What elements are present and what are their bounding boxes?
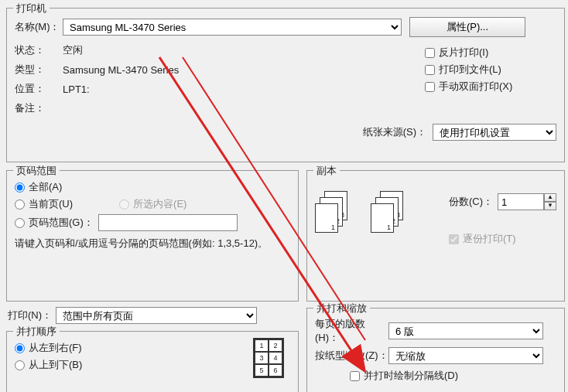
copies-title: 副本 — [313, 164, 340, 178]
copies-count-label: 份数(C)： — [449, 195, 493, 209]
range-all-radio[interactable] — [15, 182, 25, 193]
range-selection-radio — [119, 199, 129, 210]
order-group: 并打顺序 从左到右(F) 从上到下(B) 123456 — [6, 331, 299, 392]
print-to-file-checkbox[interactable] — [425, 65, 435, 75]
copies-group: 副本 3 2 1 3 2 1 份数(C)： ▲ ▼ — [306, 170, 565, 302]
scale-label: 按纸型缩放(Z)： — [315, 349, 388, 363]
order-tb-radio[interactable] — [15, 360, 25, 370]
page-range-group: 页码范围 全部(A) 当前页(U) 所选内容(E) 页码范围(G)： 请键入页码… — [6, 170, 299, 302]
range-pages-label: 页码范围(G)： — [29, 216, 94, 230]
page-range-title: 页码范围 — [13, 164, 60, 178]
range-current-radio[interactable] — [15, 199, 25, 210]
print-what-row: 打印(N)： 范围中所有页面 — [8, 307, 299, 324]
printer-name-label: 名称(M)： — [15, 20, 63, 34]
where-value: LPT1: — [63, 84, 90, 95]
where-label: 位置： — [15, 82, 63, 96]
order-lr-radio[interactable] — [15, 343, 25, 353]
printer-name-select[interactable]: Samsung ML-3470 Series — [63, 19, 402, 36]
paper-source-label: 纸张来源(S)： — [363, 125, 426, 139]
print-what-label: 打印(N)： — [8, 308, 56, 322]
status-value: 空闲 — [63, 43, 83, 57]
range-selection-label: 所选内容(E) — [133, 197, 186, 211]
zoom-title: 并打和缩放 — [313, 302, 370, 315]
properties-button[interactable]: 属性(P)... — [409, 17, 525, 37]
collate-checkbox — [449, 234, 459, 244]
manual-duplex-label: 手动双面打印(X) — [439, 80, 512, 94]
reverse-print-checkbox[interactable] — [425, 48, 435, 58]
zoom-group: 并打和缩放 每页的版数(H)： 6 版 按纸型缩放(Z)： 无缩放 并打时绘制分… — [306, 308, 565, 392]
copies-spin-up[interactable]: ▲ — [544, 193, 556, 202]
collate-label: 逐份打印(T) — [463, 232, 516, 246]
print-to-file-label: 打印到文件(L) — [439, 63, 501, 77]
range-pages-radio[interactable] — [15, 218, 25, 228]
reverse-print-label: 反片打印(I) — [439, 46, 488, 60]
numpad-icon: 123456 — [253, 338, 284, 378]
printer-group: 打印机 名称(M)： Samsung ML-3470 Series 属性(P).… — [6, 8, 565, 162]
printer-group-title: 打印机 — [13, 2, 50, 15]
copies-count-input[interactable] — [498, 193, 544, 210]
draw-border-label: 并打时绘制分隔线(D) — [364, 369, 458, 383]
collate-icon: 3 2 1 3 2 1 — [315, 191, 405, 233]
copies-spin-down[interactable]: ▼ — [544, 202, 556, 210]
range-pages-input[interactable] — [98, 214, 238, 231]
draw-border-checkbox[interactable] — [350, 371, 360, 381]
paper-source-select[interactable]: 使用打印机设置 — [433, 124, 556, 141]
type-label: 类型： — [15, 63, 63, 77]
order-lr-label: 从左到右(F) — [29, 341, 82, 355]
comment-label: 备注： — [15, 101, 63, 115]
manual-duplex-checkbox[interactable] — [425, 82, 435, 92]
range-hint: 请键入页码和/或用逗号分隔的页码范围(例如: 1,3,5-12)。 — [15, 236, 290, 251]
order-title: 并打顺序 — [13, 325, 60, 339]
type-value: Samsung ML-3470 Series — [63, 64, 179, 76]
range-all-label: 全部(A) — [29, 180, 62, 194]
scale-select[interactable]: 无缩放 — [388, 347, 543, 364]
pages-per-sheet-label: 每页的版数(H)： — [315, 317, 388, 345]
order-tb-label: 从上到下(B) — [29, 358, 82, 372]
range-current-label: 当前页(U) — [29, 197, 73, 211]
pages-per-sheet-select[interactable]: 6 版 — [388, 322, 543, 339]
print-what-select[interactable]: 范围中所有页面 — [56, 307, 257, 324]
status-label: 状态： — [15, 43, 63, 57]
